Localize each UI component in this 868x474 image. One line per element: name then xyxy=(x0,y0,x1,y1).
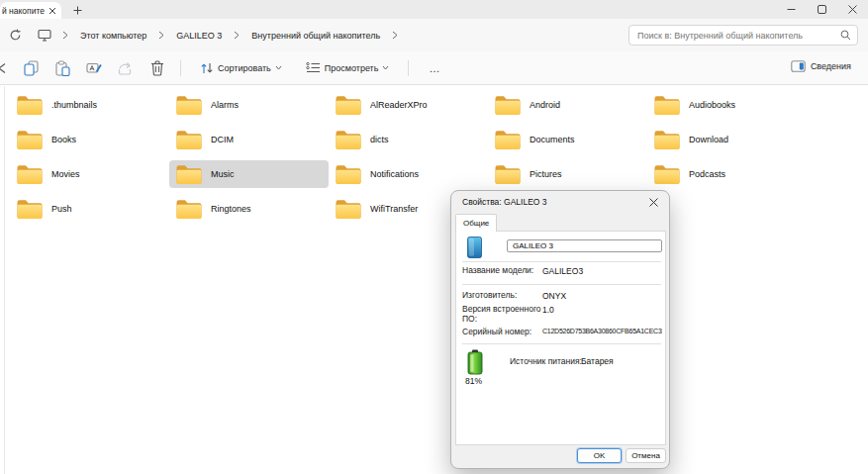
field-value-serial: C12D526D753B6A30860CFB65A1CEC3 xyxy=(542,328,662,334)
folder-icon xyxy=(494,95,522,116)
view-button[interactable]: Просмотреть xyxy=(301,58,395,77)
folder-icon xyxy=(16,130,44,150)
new-tab-icon[interactable] xyxy=(69,3,85,18)
separator xyxy=(462,261,661,262)
details-pane-icon xyxy=(791,60,806,72)
chevron-right-icon xyxy=(234,31,240,40)
ok-button[interactable]: OK xyxy=(577,448,622,463)
file-item[interactable]: Audiobooks xyxy=(647,91,807,119)
file-item[interactable]: DCIM xyxy=(169,126,329,153)
file-item[interactable]: Push xyxy=(10,195,169,223)
toolbar-left-group: Сортировать Просмотреть … xyxy=(0,51,446,84)
separator xyxy=(462,343,661,344)
details-pane-button[interactable]: Сведения xyxy=(786,57,856,75)
more-options-button[interactable]: … xyxy=(423,62,446,74)
window-controls xyxy=(776,0,868,19)
breadcrumb-this-pc[interactable]: Этот компьютер xyxy=(79,29,147,43)
tab-title: й накопите xyxy=(2,6,46,16)
file-item[interactable]: dicts xyxy=(329,126,488,153)
search-icon[interactable] xyxy=(840,30,851,41)
minimize-icon[interactable] xyxy=(776,0,807,19)
file-name: AlReaderXPro xyxy=(370,100,428,110)
separator xyxy=(462,284,661,285)
file-name: .thumbnails xyxy=(51,100,97,110)
tab-bar: й накопите xyxy=(0,0,868,19)
file-item[interactable]: Ringtones xyxy=(169,195,329,223)
refresh-icon[interactable] xyxy=(8,28,23,43)
dialog-close-icon[interactable] xyxy=(646,195,661,210)
sort-label: Сортировать xyxy=(218,63,271,73)
file-explorer-window: й накопите xyxy=(0,0,868,474)
dialog-title: Свойства: GALILEO 3 xyxy=(462,197,646,207)
device-name-value: GALILEO 3 xyxy=(513,241,553,250)
breadcrumb-device[interactable]: GALILEO 3 xyxy=(175,29,223,43)
cut-icon[interactable] xyxy=(0,57,8,79)
share-icon[interactable] xyxy=(117,57,135,79)
power-source-value: Батарея xyxy=(581,356,614,366)
this-pc-icon xyxy=(38,29,51,42)
file-name: Books xyxy=(51,135,76,144)
folder-icon xyxy=(653,164,681,185)
paste-icon[interactable] xyxy=(53,57,71,79)
file-item[interactable]: Documents xyxy=(488,126,647,153)
file-item-selected[interactable]: Music xyxy=(169,160,329,188)
toolbar-divider xyxy=(408,60,409,76)
folder-icon xyxy=(16,95,44,116)
file-name: Alarms xyxy=(211,100,239,110)
file-name: Notifications xyxy=(370,169,419,179)
file-list-area: .thumbnails Alarms AlReaderXPro Android … xyxy=(0,86,868,474)
file-item[interactable]: Alarms xyxy=(169,91,329,119)
folder-icon xyxy=(335,164,362,185)
file-item[interactable]: AlReaderXPro xyxy=(329,91,488,119)
search-input[interactable] xyxy=(637,31,840,41)
chevron-down-icon xyxy=(275,65,282,70)
file-item[interactable]: Movies xyxy=(10,160,169,188)
file-name: Music xyxy=(211,169,235,179)
breadcrumb-storage[interactable]: Внутренний общий накопитель xyxy=(250,29,381,43)
file-grid: .thumbnails Alarms AlReaderXPro Android … xyxy=(10,91,807,223)
toolbar-divider xyxy=(180,60,181,76)
navigation-bar: Этот компьютер GALILEO 3 Внутренний общи… xyxy=(0,19,868,51)
field-value: 1.0 xyxy=(542,305,554,315)
sort-button[interactable]: Сортировать xyxy=(195,58,287,78)
field-label: Изготовитель: xyxy=(462,291,541,301)
view-label: Просмотреть xyxy=(325,63,379,73)
dialog-titlebar: Свойства: GALILEO 3 xyxy=(451,191,669,213)
tab-close-icon[interactable] xyxy=(46,4,58,17)
folder-icon xyxy=(494,130,522,150)
file-item[interactable]: Books xyxy=(10,126,169,153)
close-icon[interactable] xyxy=(837,0,868,19)
file-item[interactable]: Podcasts xyxy=(647,160,807,188)
folder-icon xyxy=(175,199,203,220)
file-item[interactable]: Android xyxy=(488,91,647,119)
file-name: Podcasts xyxy=(689,169,725,179)
maximize-icon[interactable] xyxy=(807,0,837,19)
file-name: Push xyxy=(51,204,72,214)
file-item[interactable]: Pictures xyxy=(488,160,647,188)
breadcrumb: Этот компьютер GALILEO 3 Внутренний общи… xyxy=(38,19,398,51)
device-name-input[interactable]: GALILEO 3 xyxy=(507,239,662,252)
tab-general[interactable]: Общие xyxy=(455,214,497,232)
battery-percent: 81% xyxy=(465,376,482,386)
folder-icon xyxy=(335,199,362,220)
device-icon xyxy=(467,237,482,258)
explorer-tab[interactable]: й накопите xyxy=(0,2,61,19)
delete-icon[interactable] xyxy=(148,57,166,79)
file-item[interactable]: Download xyxy=(647,126,807,153)
file-item[interactable]: .thumbnails xyxy=(10,91,169,119)
folder-icon xyxy=(653,130,681,150)
file-name: Android xyxy=(530,100,560,110)
file-item[interactable]: Notifications xyxy=(329,160,488,188)
field-label: Название модели: xyxy=(462,266,541,276)
rename-icon[interactable] xyxy=(85,57,103,79)
view-icon xyxy=(306,61,321,74)
copy-icon[interactable] xyxy=(22,57,40,79)
cancel-button[interactable]: Отмена xyxy=(626,448,666,463)
chevron-right-icon xyxy=(62,31,68,40)
file-name: Download xyxy=(689,135,728,144)
file-name: Pictures xyxy=(530,169,562,179)
field-value: ONYX xyxy=(542,291,566,301)
file-name: Audiobooks xyxy=(689,100,735,110)
folder-icon xyxy=(175,95,203,116)
field-value: GALILEO3 xyxy=(542,266,583,276)
